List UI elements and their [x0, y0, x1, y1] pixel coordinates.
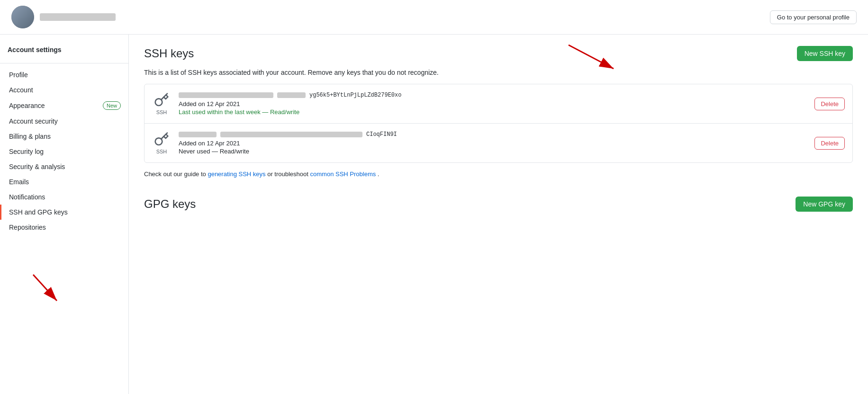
delete-key-1-button[interactable]: Delete [814, 98, 845, 110]
table-row: SSH yg56k5+BYtLnPjLpLZdB279E0xo Added on… [145, 84, 852, 124]
sidebar-divider-top [0, 63, 128, 63]
sidebar-item-account-security[interactable]: Account security [0, 114, 128, 129]
key-fingerprint-1: yg56k5+BYtLnPjLpLZdB279E0xo [179, 92, 807, 98]
sidebar-item-label-appearance: Appearance [9, 102, 45, 109]
sidebar-item-label-repositories: Repositories [9, 224, 46, 231]
footer-text-between: or troubleshoot [267, 170, 310, 178]
new-ssh-key-button[interactable]: New SSH key [797, 46, 853, 61]
key-info-2: CIoqFIN9I Added on 12 Apr 2021 Never use… [179, 131, 807, 155]
sidebar-item-security-log[interactable]: Security log [0, 144, 128, 159]
footer-text-after: . [378, 170, 380, 178]
key-info-1: yg56k5+BYtLnPjLpLZdB279E0xo Added on 12 … [179, 92, 807, 116]
new-badge: New [103, 101, 121, 110]
sidebar-item-appearance[interactable]: Appearance New [0, 98, 128, 114]
gpg-section-title: GPG keys [144, 197, 196, 211]
key-fingerprint-2: CIoqFIN9I [179, 131, 807, 138]
key-icon-2 [154, 132, 169, 147]
key-fingerprint-suffix-1: yg56k5+BYtLnPjLpLZdB279E0xo [309, 92, 401, 98]
sidebar-item-label-account: Account [9, 86, 33, 94]
gpg-section-header: GPG keys New GPG key [144, 197, 853, 212]
avatar [11, 6, 34, 28]
sidebar-heading: Account settings [0, 42, 128, 59]
sidebar-item-label-notifications: Notifications [9, 193, 45, 201]
sidebar-item-label-billing: Billing & plans [9, 133, 51, 140]
sidebar-item-account[interactable]: Account [0, 82, 128, 98]
key-icon-wrap-2: SSH [152, 132, 171, 154]
sidebar-item-billing[interactable]: Billing & plans [0, 129, 128, 144]
page-layout: Go to your personal profile Account sett… [0, 0, 868, 394]
main-content: SSH keys New SSH key This is a list of S… [129, 35, 868, 394]
username-blurred [40, 13, 116, 21]
sidebar-item-ssh-gpg[interactable]: SSH and GPG keys [0, 205, 128, 220]
go-to-profile-button[interactable]: Go to your personal profile [770, 10, 857, 24]
key-icon-wrap-1: SSH [152, 92, 171, 115]
sidebar-item-security-analysis[interactable]: Security & analysis [0, 159, 128, 174]
key-hash-blurred-2 [220, 132, 362, 137]
ssh-section-header: SSH keys New SSH key [144, 46, 853, 61]
sidebar-item-label-ssh-gpg: SSH and GPG keys [9, 208, 68, 216]
content-area: Account settings Profile Account Appeara… [0, 35, 868, 394]
sidebar-item-label-security-log: Security log [9, 148, 44, 155]
sidebar-item-emails[interactable]: Emails [0, 174, 128, 189]
ssh-footer-links: Check out our guide to generating SSH ke… [144, 170, 853, 178]
key-type-label-2: SSH [156, 149, 167, 154]
table-row: SSH CIoqFIN9I Added on 12 Apr 2021 Never… [145, 124, 852, 162]
key-type-label-1: SSH [156, 109, 167, 115]
top-bar: Go to your personal profile [0, 0, 868, 35]
new-gpg-key-button[interactable]: New GPG key [796, 197, 853, 212]
sidebar-item-label-security-analysis: Security & analysis [9, 163, 65, 170]
key-last-used-1: Last used within the last week — Read/wr… [179, 108, 807, 116]
sidebar-item-label-emails: Emails [9, 178, 29, 186]
key-last-used-2: Never used — Read/write [179, 148, 807, 155]
sidebar-item-repositories[interactable]: Repositories [0, 220, 128, 235]
footer-text-before-link1: Check out our guide to [144, 170, 208, 178]
key-fingerprint-suffix-2: CIoqFIN9I [366, 131, 397, 138]
key-hash-blurred-1 [277, 92, 306, 98]
sidebar: Account settings Profile Account Appeara… [0, 35, 129, 394]
sidebar-item-notifications[interactable]: Notifications [0, 189, 128, 205]
ssh-keys-list: SSH yg56k5+BYtLnPjLpLZdB279E0xo Added on… [144, 84, 853, 163]
top-bar-right: Go to your personal profile [770, 10, 857, 24]
sidebar-item-label-profile: Profile [9, 71, 28, 79]
delete-key-2-button[interactable]: Delete [814, 137, 845, 150]
generating-ssh-keys-link[interactable]: generating SSH keys [208, 170, 265, 178]
key-icon-1 [154, 92, 169, 107]
sidebar-item-label-account-security: Account security [9, 117, 58, 125]
key-date-1: Added on 12 Apr 2021 [179, 100, 807, 107]
ssh-section-description: This is a list of SSH keys associated wi… [144, 69, 853, 76]
avatar-image [11, 6, 34, 28]
sidebar-item-profile[interactable]: Profile [0, 67, 128, 82]
common-ssh-problems-link[interactable]: common SSH Problems [310, 170, 376, 178]
ssh-section-title: SSH keys [144, 47, 194, 60]
key-name-blurred-2 [179, 132, 217, 137]
top-bar-left [11, 6, 116, 28]
key-name-blurred-1 [179, 92, 273, 98]
key-date-2: Added on 12 Apr 2021 [179, 140, 807, 147]
